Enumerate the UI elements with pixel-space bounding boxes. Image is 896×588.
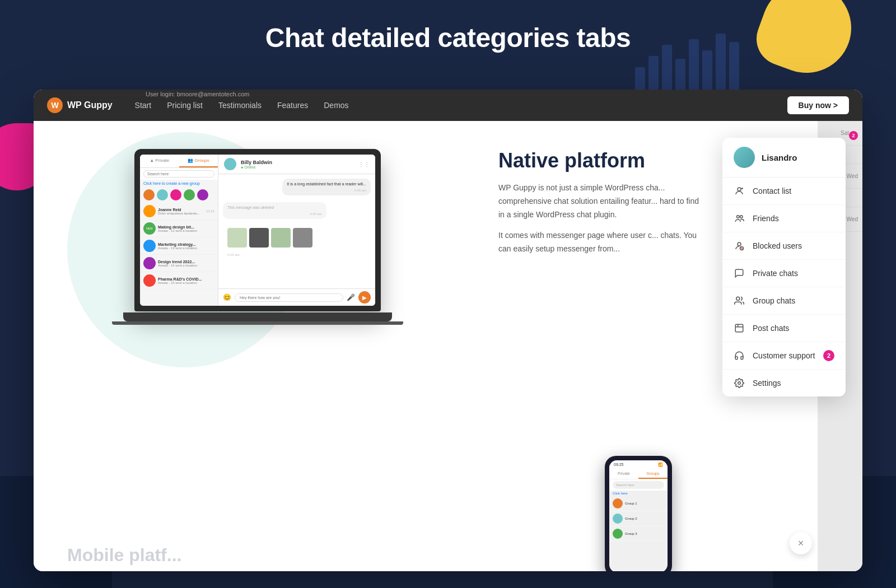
deco-bar-2 bbox=[648, 56, 659, 90]
deco-bar-1 bbox=[635, 67, 645, 90]
chat-search-input[interactable] bbox=[143, 170, 214, 178]
chat-msg-joanne: Dolor eniqueisue laudante... bbox=[158, 212, 203, 215]
chat-tabs: ▲ Private 👥 Groups bbox=[140, 155, 218, 168]
tab-private[interactable]: ▲ Private bbox=[140, 155, 179, 167]
phone-search-bar: Search here bbox=[613, 481, 664, 489]
phone-create-group[interactable]: Click here bbox=[609, 491, 668, 496]
chat-avatar-4 bbox=[143, 257, 156, 269]
emoji-icon[interactable]: 😊 bbox=[223, 293, 231, 301]
dropdown-header: Lisandro bbox=[722, 138, 846, 178]
msg-received-1: It is a long established fact that a rea… bbox=[282, 179, 371, 195]
dropdown-item-customer-support[interactable]: Customer support 2 bbox=[722, 342, 846, 370]
phone-chat-item-1[interactable]: Group 1 bbox=[609, 496, 668, 511]
chat-name-5: Pharma R&D's COVID... bbox=[158, 277, 214, 281]
friends-label: Friends bbox=[753, 214, 834, 223]
chat-name-joanne: Joanne Reid bbox=[158, 208, 204, 212]
msg-deleted: This message was deleted 4:45 am bbox=[223, 202, 326, 219]
tab-groups[interactable]: 👥 Groups bbox=[179, 155, 218, 167]
phone-tab-private[interactable]: Private bbox=[609, 469, 638, 479]
nav-link-start[interactable]: Start bbox=[135, 101, 152, 110]
dropdown-item-post-chats[interactable]: Post chats bbox=[722, 315, 846, 342]
section-title: Native platform bbox=[498, 149, 706, 172]
close-button[interactable]: × bbox=[790, 532, 812, 554]
chat-avatar-5 bbox=[143, 274, 156, 287]
media-time: 4:15 am bbox=[223, 253, 371, 256]
chat-msg-4: Areata - 14 sent a location bbox=[158, 264, 203, 267]
blocked-users-icon bbox=[734, 240, 745, 251]
dropdown-item-blocked-users[interactable]: Blocked users bbox=[722, 232, 846, 260]
nav-link-testimonials[interactable]: Testimonials bbox=[218, 101, 262, 110]
chat-header-info: Billy Baldwin ● Online bbox=[241, 160, 272, 169]
phone-tab-groups[interactable]: Groups bbox=[638, 469, 668, 479]
settings-label: Settings bbox=[753, 379, 834, 388]
avatar-2 bbox=[157, 189, 168, 200]
chat-name-3: Marketing strategy... bbox=[158, 242, 214, 246]
chat-info-2: Making design bit... Areata - 12 sent a … bbox=[158, 225, 214, 232]
create-group-link[interactable]: Click here to create a new group bbox=[140, 180, 218, 187]
dropdown-user-avatar bbox=[734, 147, 755, 168]
media-thumb-4 bbox=[293, 228, 312, 248]
phone-search: Search here bbox=[609, 479, 668, 491]
nav-link-pricing[interactable]: Pricing list bbox=[167, 101, 203, 110]
avatar-row bbox=[140, 187, 218, 203]
nav-link-features[interactable]: Features bbox=[277, 101, 308, 110]
phone-chat-item-3[interactable]: Group 3 bbox=[609, 526, 668, 542]
chat-avatar-3 bbox=[143, 240, 156, 252]
mic-icon[interactable]: 🎤 bbox=[347, 293, 355, 301]
phone-avatar-3 bbox=[613, 529, 623, 539]
chat-list-item-4[interactable]: Design trend 2022... Areata - 14 sent a … bbox=[140, 255, 218, 272]
customer-support-badge: 2 bbox=[823, 350, 834, 361]
close-icon: × bbox=[798, 538, 804, 549]
msg-container-received: It is a long established fact that a rea… bbox=[223, 179, 371, 199]
group-chats-icon bbox=[734, 295, 745, 306]
section-desc-1: WP Guppy is not just a simple WordPress … bbox=[498, 181, 706, 221]
dropdown-item-group-chats[interactable]: Group chats bbox=[722, 287, 846, 315]
logo-icon: W bbox=[47, 97, 63, 113]
send-button[interactable]: ▶ bbox=[358, 291, 371, 304]
customer-support-icon bbox=[734, 350, 745, 361]
blocked-users-label: Blocked users bbox=[753, 241, 834, 250]
dropdown-item-settings[interactable]: Settings bbox=[722, 370, 846, 396]
chat-list-item-5[interactable]: Pharma R&D's COVID... Areata - 15 sent a… bbox=[140, 272, 218, 290]
media-row bbox=[223, 226, 371, 250]
post-chats-label: Post chats bbox=[753, 324, 834, 333]
post-chats-icon bbox=[734, 323, 745, 334]
chat-time-joanne: 11:11 bbox=[206, 209, 214, 213]
phone-chat-text-1: Group 1 bbox=[625, 502, 637, 505]
msg-time-deleted: 4:45 am bbox=[227, 212, 322, 216]
svg-point-1 bbox=[741, 188, 743, 189]
svg-point-2 bbox=[737, 216, 740, 218]
left-section: ▲ Private 👥 Groups Click here to create … bbox=[34, 121, 482, 571]
right-section: Sat 2 Wed Wed Lisandro Contact list bbox=[482, 121, 862, 571]
chat-options-icon[interactable]: ⋮⋮ bbox=[358, 161, 370, 167]
chat-info-joanne: Joanne Reid Dolor eniqueisue laudante... bbox=[158, 208, 204, 215]
chat-name-2: Making design bit... bbox=[158, 225, 214, 229]
customer-support-label: Customer support bbox=[753, 351, 815, 360]
phone-frame: 09:25 📶 Private Groups Search here Click… bbox=[605, 456, 672, 571]
chat-input-bar: 😊 🎤 ▶ bbox=[218, 288, 375, 306]
dropdown-item-private-chats[interactable]: Private chats bbox=[722, 260, 846, 287]
chat-list-item-3[interactable]: Marketing strategy... Areata - 13 sent a… bbox=[140, 237, 218, 255]
user-login: User login: bmoore@amentotech.com bbox=[146, 91, 249, 97]
dropdown-item-contact-list[interactable]: Contact list bbox=[722, 178, 846, 205]
section-desc-2: It comes with messenger page where user … bbox=[498, 229, 706, 256]
nav-link-demos[interactable]: Demos bbox=[324, 101, 348, 110]
buy-now-button[interactable]: Buy now > bbox=[787, 96, 849, 114]
chat-main: Billy Baldwin ● Online ⋮⋮ bbox=[218, 155, 375, 306]
logo-text: WP Guppy bbox=[67, 100, 113, 110]
chat-list-item-1[interactable]: Joanne Reid Dolor eniqueisue laudante...… bbox=[140, 203, 218, 220]
phone-status-bar: 09:25 📶 bbox=[609, 460, 668, 469]
browser-window: User login: bmoore@amentotech.com W WP G… bbox=[34, 90, 862, 571]
chat-messages: It is a long established fact that a rea… bbox=[218, 174, 375, 288]
phone-chat-item-2[interactable]: Group 2 bbox=[609, 511, 668, 526]
group-chats-label: Group chats bbox=[753, 296, 834, 305]
media-thumb-3 bbox=[271, 228, 291, 248]
chat-input-field[interactable] bbox=[235, 293, 343, 302]
laptop-base bbox=[123, 312, 392, 321]
chat-header: Billy Baldwin ● Online ⋮⋮ bbox=[218, 155, 375, 174]
chat-list-item-2[interactable]: NEW Making design bit... Areata - 12 sen… bbox=[140, 220, 218, 237]
dropdown-item-friends[interactable]: Friends bbox=[722, 205, 846, 232]
laptop-screen: ▲ Private 👥 Groups Click here to create … bbox=[140, 155, 375, 306]
deco-bar-4 bbox=[675, 59, 685, 90]
msg-time-1: 4:45 am bbox=[287, 188, 366, 193]
